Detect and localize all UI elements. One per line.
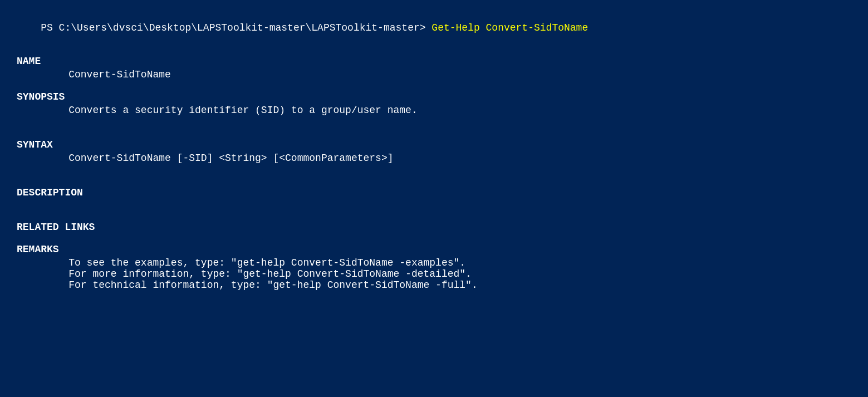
section-name-content: Convert-SidToName	[17, 69, 851, 80]
prompt-command: Get-Help Convert-SidToName	[431, 22, 588, 33]
section-syntax-header: SYNTAX	[17, 139, 851, 150]
section-name: NAME Convert-SidToName	[17, 56, 851, 80]
blank-line-1	[17, 127, 851, 139]
prompt-line: PS C:\Users\dvsci\Desktop\LAPSToolkit-ma…	[17, 11, 851, 45]
section-synopsis: SYNOPSIS Converts a security identifier …	[17, 91, 851, 116]
section-remarks-header: REMARKS	[17, 244, 851, 255]
section-remarks: REMARKS To see the examples, type: "get-…	[17, 244, 851, 291]
section-related-links: RELATED LINKS	[17, 222, 851, 233]
section-description-header: DESCRIPTION	[17, 187, 851, 198]
section-synopsis-header: SYNOPSIS	[17, 91, 851, 102]
section-remarks-content: To see the examples, type: "get-help Con…	[17, 257, 851, 291]
section-related-links-header: RELATED LINKS	[17, 222, 851, 233]
section-syntax: SYNTAX Convert-SidToName [-SID] <String>…	[17, 139, 851, 164]
section-description: DESCRIPTION	[17, 187, 851, 198]
blank-line-2	[17, 175, 851, 187]
blank-line-3	[17, 209, 851, 222]
section-syntax-content: Convert-SidToName [-SID] <String> [<Comm…	[17, 153, 851, 164]
section-synopsis-content: Converts a security identifier (SID) to …	[17, 105, 851, 116]
prompt-prefix: PS C:\Users\dvsci\Desktop\LAPSToolkit-ma…	[41, 22, 431, 33]
terminal-window: PS C:\Users\dvsci\Desktop\LAPSToolkit-ma…	[17, 11, 851, 386]
section-name-header: NAME	[17, 56, 851, 67]
